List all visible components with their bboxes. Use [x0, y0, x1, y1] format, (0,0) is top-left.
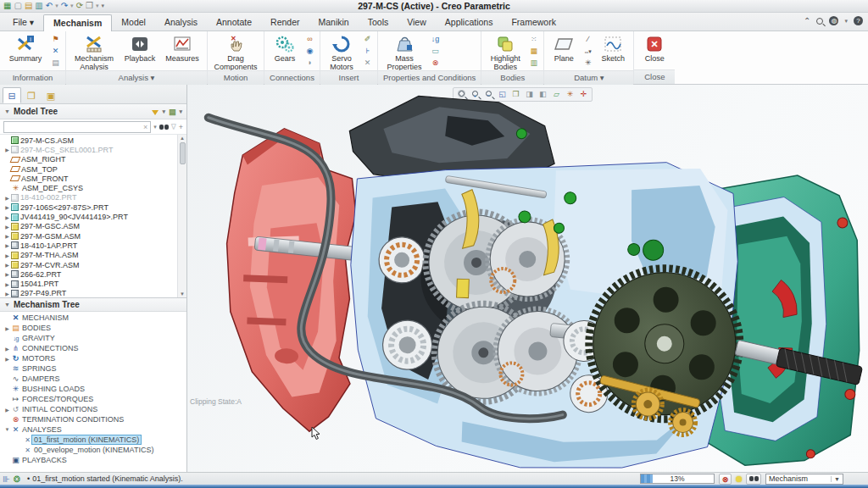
mechanism-tree-row[interactable]: PLAYBACKS [3, 455, 185, 465]
expand-search-icon[interactable]: + [179, 123, 183, 131]
model-tree-row[interactable]: ▶ 15041.PRT [3, 279, 177, 288]
measures-button[interactable]: Measures [161, 33, 203, 64]
3d-model-transmission[interactable] [187, 85, 868, 472]
tab-favorites[interactable]: ▣ [42, 87, 60, 103]
model-tree-row[interactable]: ASM_DEF_CSYS [3, 183, 177, 192]
search-filter-icon[interactable]: ∇ [171, 123, 176, 131]
mechanism-tree-row[interactable]: GRAVITY [3, 333, 185, 343]
ribbon-tab[interactable]: Tools [359, 14, 398, 30]
expand-arrow-icon[interactable]: ▶ [3, 214, 11, 220]
body-definition-icon[interactable]: ⁙ [527, 34, 540, 45]
clear-search-icon[interactable]: × [143, 123, 147, 131]
expand-arrow-icon[interactable]: ▶ [3, 291, 11, 297]
tree-filter-dropdown-icon[interactable]: ▾ [162, 108, 165, 115]
model-tree-row[interactable]: ▶ 297-M-THA.ASM [3, 251, 177, 260]
sketch-button[interactable]: Sketch [596, 33, 630, 64]
expand-arrow-icon[interactable]: ▶ [3, 271, 11, 277]
body-list-icon[interactable]: ▥ [527, 58, 540, 69]
expand-arrow-icon[interactable]: ▶ [3, 346, 11, 352]
ribbon-tab[interactable]: Analysis [155, 14, 207, 30]
mechanism-tree-row[interactable]: MECHANISM [3, 313, 185, 323]
tree-filter-icon[interactable] [152, 110, 159, 115]
termination-conditions-icon[interactable]: ⊗ [429, 58, 442, 69]
summary-button[interactable]: i Summary [3, 33, 47, 64]
model-tree-scrollbar[interactable]: ▲ ▼ [177, 135, 186, 297]
model-tree-row[interactable]: ▶ 297-P49.PRT [3, 289, 177, 298]
mechanism-tree-row[interactable]: 01_first_motion (KINEMATICS) [3, 435, 185, 445]
model-tree-row[interactable]: ▶ 297-106S<297-87S>.PRT [3, 202, 177, 212]
graphics-viewport[interactable]: + − ◱ ❐ ◨ ◧ ▱ ✳ ✛ [187, 85, 868, 472]
mechanism-tree-row[interactable]: ▶ CONNECTIONS [3, 343, 185, 353]
minimize-ribbon-icon[interactable]: ⌃ [804, 16, 810, 25]
csys-icon[interactable]: ✳ [581, 58, 594, 69]
belts-icon[interactable]: ∞ [303, 34, 316, 45]
model-tree-row[interactable]: ASM_RIGHT [3, 155, 177, 164]
plane-button[interactable]: Plane [548, 33, 580, 64]
ribbon-tab[interactable]: Annotate [207, 14, 261, 30]
status-tree-icon[interactable]: ⊪ [3, 474, 10, 484]
ground-body-icon[interactable]: ▦ [527, 46, 540, 57]
tree-search-input[interactable]: × [3, 121, 151, 133]
model-tree-row[interactable]: ▶ 297-M-GSM.ASM [3, 231, 177, 241]
3d-contacts-icon[interactable]: ◉ [303, 46, 316, 57]
ribbon-tab[interactable]: Applications [436, 14, 503, 30]
model-tree-row[interactable]: ▶ 297-M-CS_SKEL0001.PRT [3, 145, 177, 154]
tree-columns-icon[interactable]: ▤ [169, 108, 176, 116]
model-tree-row[interactable]: ASM_FRONT [3, 174, 177, 183]
scrollbar-thumb[interactable] [180, 142, 186, 164]
mechanism-tree-row[interactable]: BUSHING LOADS [3, 384, 185, 394]
expand-arrow-icon[interactable]: ▶ [3, 224, 11, 230]
expand-arrow-icon[interactable]: ▶ [3, 195, 11, 201]
drag-components-button[interactable]: ✕ Drag Components [211, 33, 260, 72]
expand-arrow-icon[interactable]: ▶ [3, 407, 11, 413]
find-button[interactable] [746, 474, 761, 485]
status-model-icon[interactable]: ❂ [14, 474, 20, 484]
mechanism-tree-row[interactable]: 00_evelope_motion (KINEMATICS) [3, 445, 185, 455]
tree-columns-dropdown-icon[interactable]: ▾ [179, 108, 182, 115]
axis-icon[interactable]: ∕ [581, 34, 594, 45]
drag-point-info-icon[interactable]: ⚑ [49, 34, 62, 45]
playback-button[interactable]: Playback [120, 33, 159, 64]
gears-button[interactable]: Gears [268, 33, 302, 64]
stop-analysis-button[interactable]: ⊗ [719, 474, 732, 485]
ribbon-tab[interactable]: Model [112, 14, 155, 30]
ribbon-tab[interactable]: Manikin [309, 14, 359, 30]
mechanism-tree-row[interactable]: ▶ INITIAL CONDITIONS [3, 404, 185, 414]
mechanism-report-icon[interactable]: ▤ [49, 58, 62, 69]
search-options-icon[interactable]: ▾ [153, 124, 157, 130]
expand-arrow-icon[interactable]: ▶ [3, 281, 11, 287]
mode-selector[interactable]: Mechanism ▼ [765, 474, 843, 485]
model-tree-row[interactable]: ▶ 297-M-GSC.ASM [3, 222, 177, 231]
expand-arrow-icon[interactable]: ▶ [3, 242, 11, 248]
connect-icon[interactable]: ◍ [829, 16, 838, 25]
model-tree-row[interactable]: ▶ 18-410-002.PRT [3, 193, 177, 202]
mechanism-tree-row[interactable]: ▶ MOTORS [3, 353, 185, 363]
force-motors-icon[interactable]: ✐ [361, 34, 374, 45]
mechanism-tree-row[interactable]: TERMINATION CONDITIONS [3, 414, 185, 424]
ribbon-tab[interactable]: View [398, 14, 436, 30]
model-tree-row[interactable]: ASM_TOP [3, 164, 177, 174]
expand-arrow-icon[interactable]: ▶ [3, 233, 11, 239]
expand-arrow-icon[interactable]: ▶ [3, 325, 11, 331]
mechanism-tree-row[interactable]: ▼ ANALYSES [3, 424, 185, 435]
springs-small-icon[interactable]: ⊦ [361, 46, 374, 57]
mechanism-tree-row[interactable]: SPRINGS [3, 363, 185, 374]
expand-arrow-icon[interactable]: ▶ [3, 356, 11, 362]
ribbon-tab[interactable]: Render [261, 14, 309, 30]
mechanism-tree-row[interactable]: FORCES/TORQUES [3, 394, 185, 404]
servo-motors-button[interactable]: Servo Motors [324, 33, 359, 72]
mechanism-analysis-button[interactable]: Mechanism Analysis [70, 33, 119, 72]
gravity-small-icon[interactable]: ↓g [429, 34, 442, 45]
expand-arrow-icon[interactable]: ▼ [3, 427, 11, 432]
highlight-bodies-button[interactable]: Highlight Bodies [485, 33, 526, 72]
measure-info-icon[interactable]: ✕ [49, 46, 62, 57]
mechanism-tree-row[interactable]: DAMPERS [3, 374, 185, 384]
expand-arrow-icon[interactable]: ▶ [3, 204, 11, 210]
tab-model-tree[interactable]: ⊟ [3, 87, 21, 103]
point-icon[interactable]: ₓₓ▾ [581, 46, 594, 57]
model-tree-row[interactable]: ▶ JV441419_90<JV441419>.PRT [3, 212, 177, 221]
tab-folder-browser[interactable]: ❐ [22, 87, 41, 103]
model-tree-row[interactable]: ▶ 18-410-1AP.PRT [3, 241, 177, 250]
ribbon-tab[interactable]: Mechanism [43, 14, 112, 31]
command-search-icon[interactable] [816, 18, 823, 25]
